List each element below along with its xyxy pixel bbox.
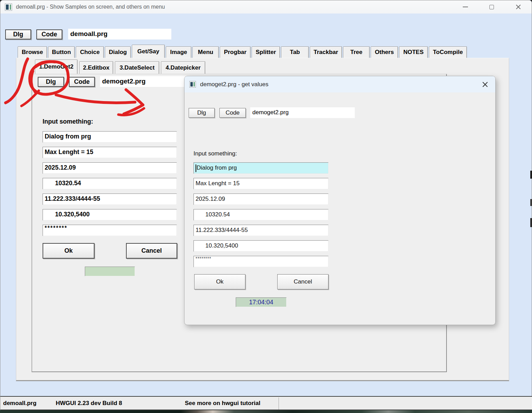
code-button[interactable]: Code [36, 29, 62, 39]
app-icon [5, 3, 12, 11]
text-caret [196, 164, 196, 172]
page-code-button[interactable]: Code [69, 77, 95, 87]
dialog-titlebar: demoget2.prg - get values [184, 76, 495, 92]
tab-getsay[interactable]: Get/Say [132, 45, 165, 58]
status-version: HWGUI 2.23 dev Build 8 [56, 400, 122, 407]
tab-browse[interactable]: Browse [18, 46, 47, 58]
dialog-password-field[interactable]: ******** [193, 256, 328, 267]
page-dlg-button[interactable]: Dlg [38, 77, 64, 87]
tab-trackbar[interactable]: Trackbar [310, 46, 342, 58]
minimize-button[interactable] [457, 0, 473, 14]
tab-progbar[interactable]: Progbar [220, 46, 251, 58]
dialog-ok-button[interactable]: Ok [194, 274, 245, 289]
input-field-3[interactable]: 2025.12.09 [43, 162, 177, 174]
tab-splitter[interactable]: Splitter [252, 46, 280, 58]
close-button[interactable] [511, 0, 526, 14]
tab-tree[interactable]: Tree [343, 46, 370, 58]
window-controls [452, 0, 532, 14]
tab-tab[interactable]: Tab [281, 46, 309, 58]
dialog-input-field-5[interactable]: 11.222.333/4444-55 [193, 225, 328, 236]
dialog-title: demoget2.prg - get values [200, 81, 269, 88]
tab-others[interactable]: Others [371, 46, 398, 58]
main-tabbar: Browse Button Choice Dialog Get/Say Imag… [18, 46, 467, 58]
close-icon [516, 5, 521, 10]
dialog-input-field-6[interactable]: 10.320,5400 [193, 240, 328, 252]
dlg-button[interactable]: Dlg [5, 29, 31, 39]
input-field-6[interactable]: 10.320,5400 [43, 209, 177, 221]
input-field-4[interactable]: 10320.54 [43, 178, 177, 189]
window-title: demoall.prg - Show Samples on screen, an… [16, 4, 165, 10]
filename-field[interactable]: demoall.prg [68, 29, 171, 39]
sub-tabbar: 1.DemoGet2 2.Editbox 3.DateSelect 4.Date… [35, 61, 205, 74]
dialog-input-field-1[interactable]: Dialog from prg [193, 162, 328, 174]
background-window-fragment [530, 171, 532, 179]
ok-button[interactable]: Ok [43, 243, 94, 259]
dialog-close-icon [482, 82, 488, 88]
dialog-close-button[interactable] [481, 80, 489, 89]
dialog-code-button[interactable]: Code [219, 108, 246, 118]
dialog-input-field-2[interactable]: Max Lenght = 15 [193, 178, 328, 189]
dialog-app-icon [189, 81, 196, 88]
tab-dialog[interactable]: Dialog [105, 46, 131, 58]
tab-notes[interactable]: NOTES [399, 46, 428, 58]
password-field[interactable]: ******** [43, 225, 177, 236]
tab-choice[interactable]: Choice [76, 46, 104, 58]
dialog-input-field-3[interactable]: 2025.12.09 [193, 194, 328, 205]
tab-image[interactable]: Image [166, 46, 191, 58]
input-field-5[interactable]: 11.222.333/4444-55 [43, 194, 177, 205]
maximize-button[interactable] [484, 0, 500, 14]
dialog-input-something-label: Input something: [193, 150, 237, 157]
dialog-input-field-4[interactable]: 10320.54 [193, 209, 328, 221]
status-bar: demoall.prg HWGUI 2.23 dev Build 8 See m… [0, 396, 532, 410]
subtab-editbox[interactable]: 2.Editbox [79, 61, 113, 74]
dialog-filename-field[interactable]: demoget2.prg [250, 107, 355, 118]
tab-tocompile[interactable]: ToCompile [429, 46, 467, 58]
subtab-demoget2[interactable]: 1.DemoGet2 [35, 60, 78, 74]
demoget2-dialog: demoget2.prg - get values Dlg Code demog… [184, 76, 496, 325]
subtab-dateselect[interactable]: 3.DateSelect [115, 61, 159, 74]
screen: demoall.prg - Show Samples on screen, an… [0, 0, 532, 413]
input-field-2[interactable]: Max Lenght = 15 [43, 147, 177, 158]
status-note: See more on hwgui tutorial [185, 400, 260, 407]
cancel-button[interactable]: Cancel [126, 243, 177, 259]
input-something-label: Input something: [43, 118, 93, 125]
background-window-fragment [530, 199, 532, 206]
minimize-icon [463, 7, 468, 7]
status-separator [279, 397, 280, 410]
tab-button[interactable]: Button [48, 46, 75, 58]
status-file: demoall.prg [3, 400, 36, 407]
background-window-fragment [530, 218, 532, 227]
dialog-dlg-button[interactable]: Dlg [189, 108, 215, 118]
maximize-icon [489, 5, 494, 9]
dialog-input-field-1-value: Dialog from prg [197, 164, 237, 171]
dialog-clock-display: 17:04:04 [236, 297, 287, 307]
main-titlebar: demoall.prg - Show Samples on screen, an… [0, 0, 532, 14]
clock-display [85, 267, 135, 276]
subtab-datepicker[interactable]: 4.Datepicker [161, 61, 205, 74]
tab-menu[interactable]: Menu [192, 46, 219, 58]
dialog-cancel-button[interactable]: Cancel [277, 274, 328, 289]
desktop-background-strip [0, 410, 532, 413]
input-field-1[interactable]: Dialog from prg [43, 131, 177, 143]
